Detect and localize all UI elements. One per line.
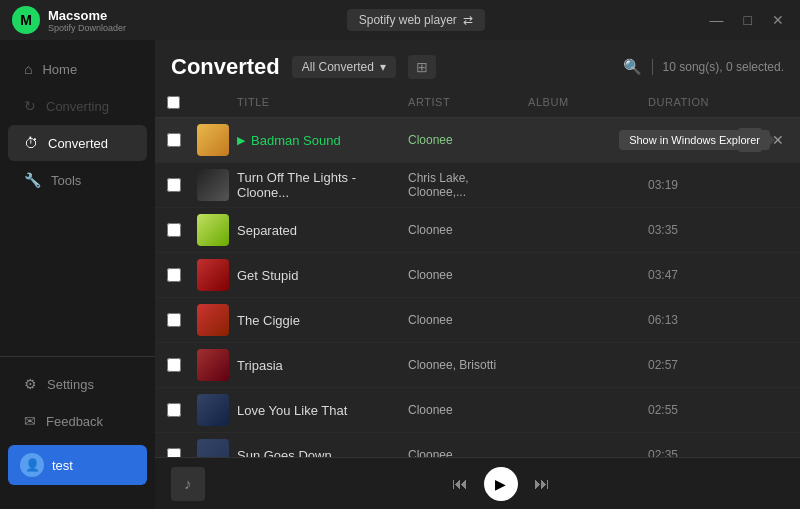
row-checkbox[interactable] bbox=[167, 178, 181, 192]
player-controls: ⏮ ▶ ⏭ bbox=[217, 467, 784, 501]
row-checkbox[interactable] bbox=[167, 313, 181, 327]
titlebar: M Macsome Spotify Downloader Spotify web… bbox=[0, 0, 800, 40]
username: test bbox=[52, 458, 73, 473]
row-checkbox-col bbox=[167, 313, 197, 327]
grid-view-button[interactable]: ⊞ bbox=[408, 55, 436, 79]
album-art bbox=[197, 214, 229, 246]
table-row[interactable]: Tripasia Cloonee, Brisotti 02:57 bbox=[155, 343, 800, 388]
app-logo: M bbox=[12, 6, 40, 34]
song-duration: 02:56 bbox=[648, 133, 678, 147]
header-album: ALBUM bbox=[528, 96, 648, 111]
close-button[interactable]: ✕ bbox=[768, 10, 788, 30]
sidebar-item-settings[interactable]: ⚙ Settings bbox=[8, 366, 147, 402]
table-row[interactable]: Get Stupid Cloonee 03:47 bbox=[155, 253, 800, 298]
row-thumbnail-col bbox=[197, 259, 237, 291]
row-title-col: Turn Off The Lights - Cloone... bbox=[237, 170, 408, 200]
row-thumbnail-col bbox=[197, 304, 237, 336]
row-duration-col: 03:35 bbox=[648, 223, 728, 237]
next-button[interactable]: ⏭ bbox=[534, 475, 550, 493]
row-title-col: Separated bbox=[237, 223, 408, 238]
song-artist: Cloonee bbox=[408, 133, 453, 147]
song-artist: Cloonee bbox=[408, 448, 453, 457]
source-button[interactable]: Spotify web player ⇄ bbox=[347, 9, 485, 31]
prev-button[interactable]: ⏮ bbox=[452, 475, 468, 493]
table-row[interactable]: The Ciggie Cloonee 06:13 bbox=[155, 298, 800, 343]
sidebar-item-converted[interactable]: ⏱ Converted bbox=[8, 125, 147, 161]
song-title: The Ciggie bbox=[237, 313, 300, 328]
song-artist: Chris Lake, Cloonee,... bbox=[408, 171, 469, 199]
avatar-icon: 👤 bbox=[25, 458, 40, 472]
album-art bbox=[197, 394, 229, 426]
table-row[interactable]: ▶ Badman Sound Cloonee 02:56 📁 ✕ Show in… bbox=[155, 118, 800, 163]
header-title: TITLE bbox=[237, 96, 408, 111]
music-queue-button[interactable]: ♪ bbox=[171, 467, 205, 501]
header-check bbox=[167, 96, 197, 111]
row-artist-col: Chris Lake, Cloonee,... bbox=[408, 171, 528, 199]
remove-song-button[interactable]: ✕ bbox=[768, 130, 788, 150]
row-artist-col: Cloonee bbox=[408, 268, 528, 282]
app-name: Macsome bbox=[48, 8, 126, 23]
row-checkbox[interactable] bbox=[167, 403, 181, 417]
sidebar-item-feedback[interactable]: ✉ Feedback bbox=[8, 403, 147, 439]
row-artist-col: Cloonee bbox=[408, 403, 528, 417]
header-artist: ARTIST bbox=[408, 96, 528, 111]
row-checkbox[interactable] bbox=[167, 448, 181, 457]
table-row[interactable]: Sun Goes Down Cloonee 02:35 bbox=[155, 433, 800, 457]
song-duration: 06:13 bbox=[648, 313, 678, 327]
row-checkbox[interactable] bbox=[167, 223, 181, 237]
table-row[interactable]: Separated Cloonee 03:35 bbox=[155, 208, 800, 253]
row-checkbox-col bbox=[167, 223, 197, 237]
row-artist-col: Cloonee bbox=[408, 223, 528, 237]
row-title-col: Get Stupid bbox=[237, 268, 408, 283]
table-header: TITLE ARTIST ALBUM DURATION bbox=[155, 90, 800, 118]
sidebar-item-label: Converting bbox=[46, 99, 109, 114]
sidebar-item-label: Home bbox=[42, 62, 77, 77]
song-artist: Cloonee bbox=[408, 223, 453, 237]
song-duration: 03:19 bbox=[648, 178, 678, 192]
search-button[interactable]: 🔍 bbox=[623, 58, 642, 76]
sidebar-item-tools[interactable]: 🔧 Tools bbox=[8, 162, 147, 198]
filter-dropdown[interactable]: All Converted ▾ bbox=[292, 56, 396, 78]
sidebar-item-home[interactable]: ⌂ Home bbox=[8, 51, 147, 87]
table-row[interactable]: Love You Like That Cloonee 02:55 bbox=[155, 388, 800, 433]
row-thumbnail-col bbox=[197, 214, 237, 246]
row-checkbox-col bbox=[167, 178, 197, 192]
row-thumbnail-col bbox=[197, 169, 237, 201]
row-checkbox-col bbox=[167, 133, 197, 147]
play-pause-button[interactable]: ▶ bbox=[484, 467, 518, 501]
select-all-checkbox[interactable] bbox=[167, 96, 180, 109]
row-duration-col: 02:35 bbox=[648, 448, 728, 457]
song-title: Tripasia bbox=[237, 358, 283, 373]
page-title: Converted bbox=[171, 54, 280, 80]
album-art bbox=[197, 124, 229, 156]
maximize-button[interactable]: □ bbox=[740, 10, 756, 30]
header-duration: DURATION bbox=[648, 96, 728, 111]
row-thumbnail-col bbox=[197, 124, 237, 156]
table-row[interactable]: Turn Off The Lights - Cloone... Chris La… bbox=[155, 163, 800, 208]
song-duration: 02:55 bbox=[648, 403, 678, 417]
song-duration: 02:57 bbox=[648, 358, 678, 372]
titlebar-left: M Macsome Spotify Downloader bbox=[12, 6, 126, 34]
minimize-button[interactable]: — bbox=[706, 10, 728, 30]
source-icon: ⇄ bbox=[463, 13, 473, 27]
show-in-explorer-button[interactable]: 📁 bbox=[738, 128, 762, 152]
row-checkbox[interactable] bbox=[167, 133, 181, 147]
row-checkbox[interactable] bbox=[167, 358, 181, 372]
song-artist: Cloonee, Brisotti bbox=[408, 358, 496, 372]
song-title: Love You Like That bbox=[237, 403, 347, 418]
row-title-col: Sun Goes Down bbox=[237, 448, 408, 458]
sidebar-item-label: Settings bbox=[47, 377, 94, 392]
row-thumbnail-col bbox=[197, 439, 237, 457]
play-indicator: ▶ bbox=[237, 134, 245, 147]
sidebar-item-converting: ↻ Converting bbox=[8, 88, 147, 124]
song-title: Get Stupid bbox=[237, 268, 298, 283]
filter-label: All Converted bbox=[302, 60, 374, 74]
row-checkbox[interactable] bbox=[167, 268, 181, 282]
user-bar[interactable]: 👤 test bbox=[8, 445, 147, 485]
row-thumbnail-col bbox=[197, 349, 237, 381]
header-left: Converted All Converted ▾ ⊞ bbox=[171, 54, 436, 80]
converting-icon: ↻ bbox=[24, 98, 36, 114]
window-controls: — □ ✕ bbox=[706, 10, 788, 30]
songs-table: TITLE ARTIST ALBUM DURATION ▶ Badman Sou… bbox=[155, 90, 800, 457]
settings-icon: ⚙ bbox=[24, 376, 37, 392]
